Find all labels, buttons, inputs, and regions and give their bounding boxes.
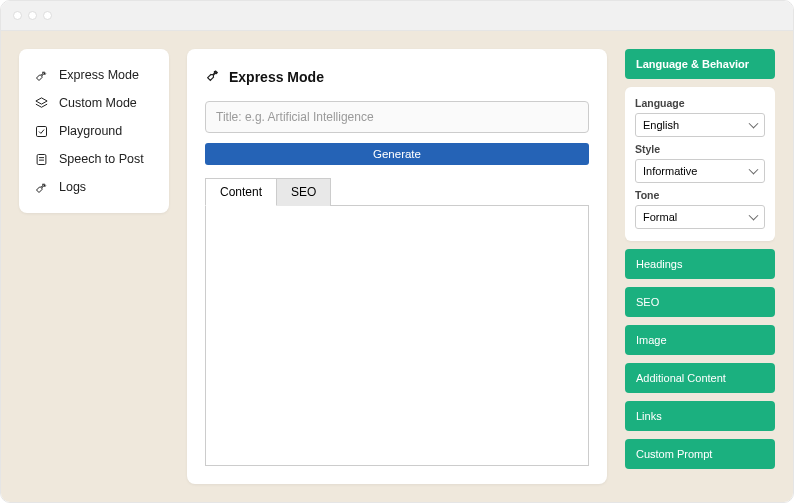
- panel-seo-button[interactable]: SEO: [625, 287, 775, 317]
- sidebar-item-label: Playground: [59, 124, 122, 138]
- generate-button[interactable]: Generate: [205, 143, 589, 165]
- panel-additional-content-button[interactable]: Additional Content: [625, 363, 775, 393]
- style-label: Style: [635, 143, 765, 155]
- panel-links-button[interactable]: Links: [625, 401, 775, 431]
- tone-label: Tone: [635, 189, 765, 201]
- app-window: Express Mode Custom Mode Playground Spee…: [0, 0, 794, 503]
- wrench-icon: [205, 67, 221, 87]
- sidebar-item-label: Express Mode: [59, 68, 139, 82]
- language-label: Language: [635, 97, 765, 109]
- right-column: Language & Behavior Language English Sty…: [625, 49, 775, 484]
- main-panel: Express Mode Generate Content SEO: [187, 49, 607, 484]
- window-dot: [28, 11, 37, 20]
- content-area: Express Mode Custom Mode Playground Spee…: [1, 31, 793, 502]
- main-header: Express Mode: [205, 67, 589, 87]
- sidebar-item-label: Custom Mode: [59, 96, 137, 110]
- sidebar-item-custom-mode[interactable]: Custom Mode: [29, 89, 159, 117]
- note-icon: [33, 151, 49, 167]
- sidebar-item-speech-to-post[interactable]: Speech to Post: [29, 145, 159, 173]
- sidebar-item-playground[interactable]: Playground: [29, 117, 159, 145]
- title-input[interactable]: [205, 101, 589, 133]
- tone-select[interactable]: Formal: [635, 205, 765, 229]
- checksquare-icon: [33, 123, 49, 139]
- titlebar: [1, 1, 793, 31]
- sidebar: Express Mode Custom Mode Playground Spee…: [19, 49, 169, 213]
- page-title: Express Mode: [229, 69, 324, 85]
- panel-image-button[interactable]: Image: [625, 325, 775, 355]
- window-dot: [13, 11, 22, 20]
- panel-language-behavior-header[interactable]: Language & Behavior: [625, 49, 775, 79]
- sidebar-item-express-mode[interactable]: Express Mode: [29, 61, 159, 89]
- svg-rect-0: [36, 126, 46, 136]
- panel-headings-button[interactable]: Headings: [625, 249, 775, 279]
- panel-language-behavior-body: Language English Style Informative Tone …: [625, 87, 775, 241]
- tone-select-wrap: Formal: [635, 205, 765, 229]
- style-select[interactable]: Informative: [635, 159, 765, 183]
- style-select-wrap: Informative: [635, 159, 765, 183]
- window-dot: [43, 11, 52, 20]
- sidebar-item-label: Speech to Post: [59, 152, 144, 166]
- layers-icon: [33, 95, 49, 111]
- tab-seo[interactable]: SEO: [277, 178, 331, 206]
- svg-rect-1: [37, 154, 46, 164]
- wrench-icon: [33, 179, 49, 195]
- tab-content[interactable]: Content: [205, 178, 277, 206]
- language-select-wrap: English: [635, 113, 765, 137]
- tab-bar: Content SEO: [205, 177, 589, 206]
- language-select[interactable]: English: [635, 113, 765, 137]
- content-textarea[interactable]: [205, 206, 589, 466]
- sidebar-item-logs[interactable]: Logs: [29, 173, 159, 201]
- panel-custom-prompt-button[interactable]: Custom Prompt: [625, 439, 775, 469]
- sidebar-item-label: Logs: [59, 180, 86, 194]
- wrench-icon: [33, 67, 49, 83]
